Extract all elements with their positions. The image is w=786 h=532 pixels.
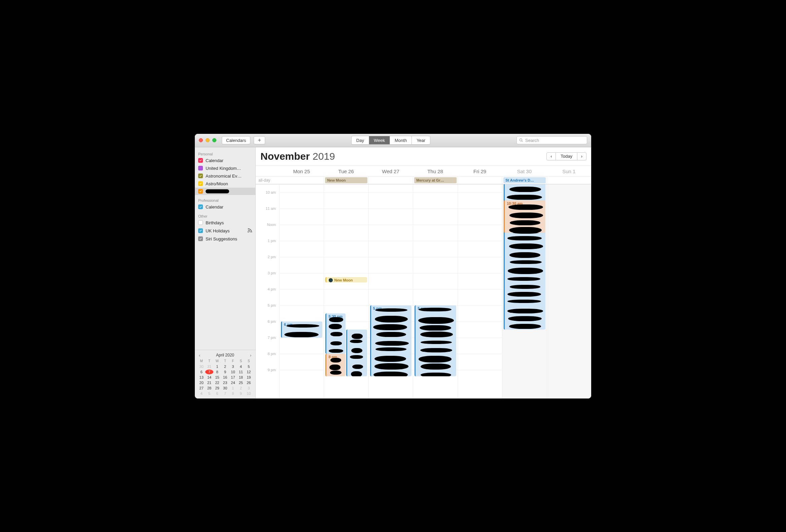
all-day-event[interactable]: St Andrew's D… bbox=[503, 177, 546, 183]
calendar-event[interactable]: 5 pm bbox=[415, 305, 456, 376]
checkbox-icon[interactable] bbox=[198, 228, 203, 233]
day-column[interactable]: 10:30 am bbox=[502, 184, 547, 398]
mini-day[interactable]: 14 bbox=[205, 375, 213, 380]
mini-day[interactable]: 19 bbox=[245, 375, 253, 380]
zoom-icon[interactable] bbox=[212, 138, 216, 142]
all-day-cell[interactable] bbox=[368, 176, 413, 184]
mini-day[interactable]: 27 bbox=[198, 386, 205, 390]
mini-day[interactable]: 7 bbox=[205, 369, 213, 374]
all-day-cell[interactable] bbox=[547, 176, 591, 184]
checkbox-icon[interactable] bbox=[198, 173, 203, 178]
mini-prev-button[interactable]: ‹ bbox=[198, 353, 202, 358]
sidebar-item[interactable]: UK Holidays bbox=[195, 227, 255, 235]
mini-day[interactable]: 8 bbox=[213, 369, 221, 374]
sidebar-item[interactable]: Birthdays bbox=[195, 219, 255, 227]
mini-day[interactable]: 20 bbox=[198, 380, 205, 385]
checkbox-icon[interactable] bbox=[198, 158, 203, 163]
checkbox-icon[interactable] bbox=[198, 204, 203, 209]
day-column[interactable]: 6 pm bbox=[279, 184, 324, 398]
mini-day[interactable]: 4 bbox=[198, 391, 205, 396]
mini-day[interactable]: 8 bbox=[229, 391, 237, 396]
mini-day[interactable]: 21 bbox=[205, 380, 213, 385]
mini-day[interactable]: 7 bbox=[221, 391, 229, 396]
calendars-button[interactable]: Calendars bbox=[222, 136, 250, 144]
day-column[interactable]: 5 pm bbox=[413, 184, 457, 398]
mini-day[interactable]: 17 bbox=[229, 375, 237, 380]
mini-day[interactable]: 24 bbox=[229, 380, 237, 385]
checkbox-icon[interactable] bbox=[198, 166, 203, 170]
mini-day[interactable]: 6 bbox=[198, 369, 205, 374]
mini-day[interactable]: 25 bbox=[237, 380, 245, 385]
mini-day[interactable]: 10 bbox=[229, 369, 237, 374]
checkbox-icon[interactable] bbox=[198, 220, 203, 225]
calendar-event[interactable] bbox=[346, 330, 367, 376]
prev-week-button[interactable]: ‹ bbox=[547, 152, 556, 161]
mini-day[interactable]: 18 bbox=[237, 375, 245, 380]
checkbox-icon[interactable] bbox=[198, 236, 203, 241]
view-month[interactable]: Month bbox=[390, 136, 412, 144]
calendar-event[interactable]: 8 pm bbox=[325, 354, 345, 376]
mini-day[interactable]: 4 bbox=[237, 364, 245, 369]
all-day-cell[interactable]: Mercury at Gr… bbox=[413, 176, 457, 184]
mini-day[interactable]: 3 bbox=[245, 386, 253, 390]
all-day-cell[interactable] bbox=[458, 176, 502, 184]
mini-day[interactable]: 5 bbox=[245, 364, 253, 369]
mini-day[interactable]: 10 bbox=[245, 391, 253, 396]
view-year[interactable]: Year bbox=[412, 136, 430, 144]
mini-day[interactable]: 30 bbox=[198, 364, 205, 369]
sidebar-item[interactable]: Calendar bbox=[195, 157, 255, 165]
mini-day[interactable]: 12 bbox=[245, 369, 253, 374]
all-day-event[interactable]: Mercury at Gr… bbox=[414, 177, 456, 183]
calendar-event[interactable]: 5:30 pm bbox=[325, 313, 345, 354]
sidebar-item[interactable]: Siri Suggestions bbox=[195, 235, 255, 243]
minimize-icon[interactable] bbox=[206, 138, 210, 142]
mini-day[interactable]: 28 bbox=[205, 386, 213, 390]
add-button[interactable]: + bbox=[254, 136, 265, 144]
mini-day[interactable]: 31 bbox=[205, 364, 213, 369]
mini-day[interactable]: 5 bbox=[205, 391, 213, 396]
calendar-event[interactable]: 10:30 am bbox=[504, 200, 545, 233]
calendar-event[interactable]: 🌑 New Moon bbox=[325, 277, 367, 283]
view-week[interactable]: Week bbox=[369, 136, 390, 144]
all-day-cell[interactable]: St Andrew's D… bbox=[502, 176, 547, 184]
mini-day[interactable]: 13 bbox=[198, 375, 205, 380]
mini-day[interactable]: 2 bbox=[221, 364, 229, 369]
mini-day[interactable]: 22 bbox=[213, 380, 221, 385]
mini-day[interactable]: 9 bbox=[237, 391, 245, 396]
mini-day[interactable]: 6 bbox=[213, 391, 221, 396]
sidebar-item[interactable]: Calendar bbox=[195, 203, 255, 211]
sidebar-item[interactable]: United Kingdom… bbox=[195, 165, 255, 172]
checkbox-icon[interactable] bbox=[198, 181, 203, 186]
next-week-button[interactable]: › bbox=[577, 152, 586, 161]
mini-next-button[interactable]: › bbox=[249, 353, 253, 358]
mini-day[interactable]: 16 bbox=[221, 375, 229, 380]
checkbox-icon[interactable] bbox=[198, 189, 203, 194]
mini-day[interactable]: 1 bbox=[213, 364, 221, 369]
mini-day[interactable]: 9 bbox=[221, 369, 229, 374]
mini-day[interactable]: 2 bbox=[237, 386, 245, 390]
mini-day[interactable]: 29 bbox=[213, 386, 221, 390]
mini-day[interactable]: 11 bbox=[237, 369, 245, 374]
sidebar-item[interactable]: Astronomical Ev… bbox=[195, 172, 255, 180]
all-day-cell[interactable] bbox=[279, 176, 324, 184]
day-column[interactable] bbox=[547, 184, 591, 398]
day-column[interactable]: 🌑 New Moon5:30 pm8 pm bbox=[324, 184, 368, 398]
mini-day[interactable]: 15 bbox=[213, 375, 221, 380]
mini-day[interactable]: 26 bbox=[245, 380, 253, 385]
day-column[interactable] bbox=[458, 184, 502, 398]
day-column[interactable]: 5 pm bbox=[368, 184, 413, 398]
calendar-event[interactable]: 5 pm bbox=[370, 305, 412, 376]
close-icon[interactable] bbox=[199, 138, 203, 142]
today-button[interactable]: Today bbox=[556, 152, 577, 161]
mini-day[interactable]: 30 bbox=[221, 386, 229, 390]
mini-day[interactable]: 23 bbox=[221, 380, 229, 385]
mini-day[interactable]: 1 bbox=[229, 386, 237, 390]
mini-day[interactable]: 3 bbox=[229, 364, 237, 369]
week-grid[interactable]: 6 pm🌑 New Moon5:30 pm8 pm5 pm5 pm10:30 a… bbox=[279, 184, 591, 398]
calendar-event[interactable]: 6 pm bbox=[281, 321, 322, 338]
view-day[interactable]: Day bbox=[352, 136, 369, 144]
sidebar-item[interactable]: Astro/Moon bbox=[195, 180, 255, 188]
all-day-event[interactable]: New Moon bbox=[325, 177, 367, 183]
sidebar-item[interactable] bbox=[195, 188, 255, 195]
all-day-cell[interactable]: New Moon bbox=[324, 176, 368, 184]
